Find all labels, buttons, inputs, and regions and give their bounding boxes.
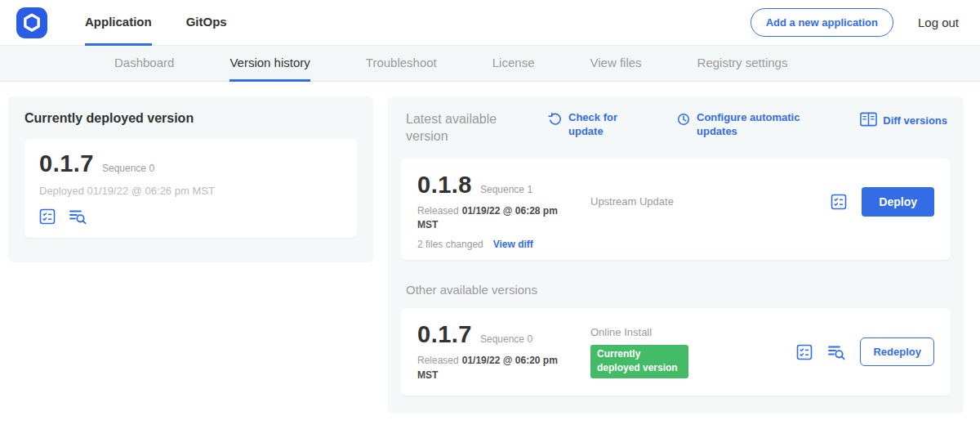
- other-available-versions-title: Other available versions: [406, 283, 951, 297]
- deployed-timestamp: Deployed 01/19/22 @ 06:26 pm MST: [39, 185, 342, 197]
- add-application-button[interactable]: Add a new application: [751, 8, 893, 37]
- check-for-update-link[interactable]: Check for update: [548, 111, 627, 139]
- admin-console: Application GitOps Add a new application…: [0, 0, 980, 413]
- release-notes-icon[interactable]: [39, 208, 56, 225]
- configure-automatic-updates-label: Configure automatic updates: [697, 111, 804, 139]
- deployed-version-row: 0.1.7 Sequence 0: [39, 150, 342, 177]
- latest-released-timestamp: Released01/19/22 @ 06:28 pm MST: [417, 204, 560, 233]
- latest-version-actions: Deploy: [831, 187, 934, 217]
- deployed-card-actions: [39, 208, 342, 225]
- currently-deployed-badge: Currently deployed version: [590, 345, 688, 378]
- other-version-card: 0.1.7 Sequence 0 Released01/19/22 @ 06:2…: [401, 308, 951, 396]
- tab-gitops-label: GitOps: [186, 15, 227, 29]
- app-sub-nav: Dashboard Version history Troubleshoot L…: [0, 46, 980, 82]
- subnav-troubleshoot[interactable]: Troubleshoot: [366, 46, 437, 82]
- subnav-version-history[interactable]: Version history: [229, 46, 310, 82]
- latest-available-title: Latest available version: [406, 111, 528, 145]
- other-version-row: 0.1.7 Sequence 0 Released01/19/22 @ 06:2…: [417, 321, 934, 382]
- subnav-registry-settings[interactable]: Registry settings: [697, 46, 788, 82]
- currently-deployed-title: Currently deployed version: [24, 111, 357, 126]
- files-changed-label: 2 files changed: [417, 239, 483, 250]
- latest-version-number-row: 0.1.8 Sequence 1: [417, 172, 590, 199]
- refresh-icon: [548, 111, 563, 131]
- top-nav-actions: Add a new application Log out: [751, 8, 959, 37]
- currently-deployed-panel: Currently deployed version 0.1.7 Sequenc…: [8, 96, 373, 262]
- latest-version-card: 0.1.8 Sequence 1 Released01/19/22 @ 06:2…: [401, 159, 951, 261]
- deployed-version-number: 0.1.7: [39, 150, 94, 177]
- clock-icon: [676, 111, 691, 131]
- subnav-dashboard[interactable]: Dashboard: [114, 46, 174, 82]
- app-logo-icon[interactable]: [16, 7, 47, 38]
- available-versions-panel: Latest available version Check for updat…: [388, 96, 964, 413]
- tab-gitops[interactable]: GitOps: [186, 0, 227, 46]
- logout-link[interactable]: Log out: [918, 16, 959, 29]
- other-version-number-row: 0.1.7 Sequence 0: [417, 321, 590, 348]
- install-type-label: Online Install: [590, 326, 715, 338]
- subnav-license[interactable]: License: [492, 46, 535, 82]
- diff-versions-link[interactable]: Diff versions: [860, 111, 947, 131]
- released-prefix: Released: [417, 205, 459, 217]
- deploy-button[interactable]: Deploy: [862, 187, 934, 217]
- file-diff-icon[interactable]: [827, 344, 845, 360]
- version-history-page: Currently deployed version 0.1.7 Sequenc…: [0, 82, 980, 413]
- other-version-number: 0.1.7: [417, 321, 472, 348]
- release-notes-icon[interactable]: [796, 344, 813, 360]
- install-type-column: Online Install Currently deployed versio…: [590, 326, 715, 378]
- other-released-timestamp: Released01/19/22 @ 06:20 pm MST: [417, 354, 560, 382]
- redeploy-button[interactable]: Redeploy: [860, 337, 934, 366]
- deployed-version-card: 0.1.7 Sequence 0 Deployed 01/19/22 @ 06:…: [24, 139, 357, 238]
- configure-automatic-updates-link[interactable]: Configure automatic updates: [676, 111, 804, 139]
- other-sequence-label: Sequence 0: [480, 333, 532, 345]
- top-nav: Application GitOps Add a new application…: [0, 0, 980, 46]
- latest-version-row: 0.1.8 Sequence 1 Released01/19/22 @ 06:2…: [417, 172, 934, 233]
- subnav-view-files[interactable]: View files: [590, 46, 641, 82]
- diff-versions-label: Diff versions: [883, 114, 947, 128]
- top-tabs: Application GitOps: [85, 0, 261, 46]
- diff-versions-icon: [860, 111, 877, 131]
- view-diff-link[interactable]: View diff: [493, 239, 533, 250]
- latest-source-label: Upstream Update: [590, 195, 674, 208]
- latest-version-header: Latest available version Check for updat…: [401, 110, 951, 145]
- release-notes-icon[interactable]: [831, 194, 847, 210]
- deployed-sequence-label: Sequence 0: [102, 163, 154, 174]
- latest-version-number: 0.1.8: [417, 172, 472, 199]
- latest-sequence-label: Sequence 1: [480, 184, 532, 195]
- tab-application[interactable]: Application: [85, 0, 152, 46]
- other-version-actions: Redeploy: [796, 337, 934, 366]
- check-for-update-label: Check for update: [568, 111, 627, 139]
- released-prefix: Released: [417, 355, 459, 366]
- files-changed-row: 2 files changed View diff: [417, 239, 934, 250]
- other-version-info: 0.1.7 Sequence 0 Released01/19/22 @ 06:2…: [417, 321, 590, 382]
- tab-application-label: Application: [85, 15, 152, 29]
- file-diff-icon[interactable]: [69, 208, 87, 225]
- latest-version-info: 0.1.8 Sequence 1 Released01/19/22 @ 06:2…: [417, 172, 590, 233]
